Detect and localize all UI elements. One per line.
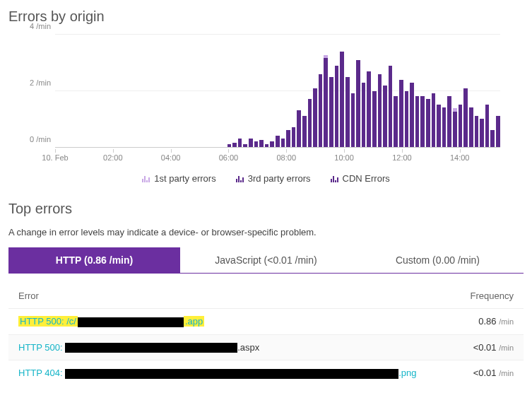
chart-bar[interactable] (292, 127, 296, 147)
chart-bar[interactable] (410, 83, 414, 147)
chart-bar[interactable] (335, 66, 339, 147)
chart-bar[interactable] (463, 88, 468, 147)
error-table: Error Frequency HTTP 500: /c/.app 0.86 /… (8, 283, 524, 386)
chart-bar[interactable] (302, 116, 307, 147)
chart-bar[interactable] (319, 74, 323, 147)
chart-bar[interactable] (345, 77, 350, 147)
section-title-errors-by-origin: Errors by origin (8, 8, 524, 25)
x-tick: 10. Feb (42, 153, 68, 162)
chart-bar[interactable] (469, 107, 473, 147)
chart-bar[interactable] (383, 86, 387, 147)
chart-bar[interactable] (249, 139, 253, 147)
y-tick: 4 /min (30, 22, 51, 30)
errors-by-origin-chart: 0 /min 2 /min 4 /min 10. Feb02:0004:0006… (13, 35, 500, 169)
section-title-top-errors: Top errors (8, 201, 524, 217)
bars-icon (142, 175, 150, 182)
legend-label: 1st party errors (154, 173, 215, 184)
legend-label: 3rd party errors (248, 173, 311, 184)
table-row[interactable]: HTTP 500: /c/.app 0.86 /min (8, 308, 524, 334)
error-ext: .aspx (237, 342, 259, 353)
top-errors-subtext: A change in error levels may indicate a … (8, 227, 524, 237)
chart-bar[interactable] (459, 105, 463, 147)
frequency-value: 0.86 /min (436, 316, 514, 327)
chart-y-axis: 0 /min 2 /min 4 /min (13, 35, 55, 148)
col-header-frequency: Frequency (436, 290, 514, 301)
chart-bar[interactable] (442, 107, 447, 147)
chart-bar[interactable] (420, 96, 425, 147)
chart-x-axis: 10. Feb02:0004:0006:0008:0010:0012:0014:… (55, 149, 500, 169)
legend-item-cdn[interactable]: CDN Errors (331, 173, 390, 184)
x-tick: 02:00 (103, 153, 123, 162)
chart-bar[interactable] (243, 144, 247, 147)
error-ext: .png (398, 368, 416, 378)
x-tick: 14:00 (450, 153, 470, 162)
chart-bar[interactable] (340, 52, 344, 147)
chart-bar[interactable] (447, 96, 451, 147)
legend-label: CDN Errors (343, 173, 390, 184)
error-link[interactable]: HTTP 500: /c/ (18, 316, 78, 327)
chart-bar[interactable] (372, 91, 377, 148)
chart-bar[interactable] (259, 140, 264, 147)
chart-bar[interactable] (378, 74, 382, 147)
chart-bar[interactable] (286, 130, 290, 147)
chart-bar[interactable] (254, 141, 259, 147)
error-link[interactable]: HTTP 500: (18, 342, 65, 353)
error-link[interactable]: HTTP 404: (18, 368, 65, 378)
chart-bar[interactable] (496, 116, 500, 147)
chart-bar[interactable] (490, 130, 495, 147)
x-tick: 06:00 (219, 153, 239, 162)
legend-item-third-party[interactable]: 3rd party errors (236, 173, 311, 184)
redacted-mask (78, 317, 184, 327)
redacted-mask (65, 369, 398, 379)
chart-bar[interactable] (265, 144, 269, 147)
chart-bar[interactable] (394, 96, 398, 147)
chart-bar[interactable] (405, 91, 409, 148)
chart-bar[interactable] (351, 93, 355, 147)
chart-bar[interactable] (367, 71, 371, 147)
chart-bar[interactable] (426, 99, 430, 147)
chart-bar[interactable] (270, 141, 274, 147)
bars-icon (331, 175, 338, 182)
col-header-error: Error (18, 290, 436, 301)
chart-bar[interactable] (313, 88, 317, 147)
x-tick: 08:00 (277, 153, 297, 162)
chart-bar[interactable] (432, 93, 436, 147)
chart-bar[interactable] (485, 105, 490, 147)
chart-bar[interactable] (399, 80, 403, 147)
x-tick: 04:00 (161, 153, 181, 162)
y-tick: 2 /min (30, 78, 51, 87)
chart-bar[interactable] (362, 83, 366, 147)
chart-bar[interactable] (453, 110, 457, 147)
chart-bar[interactable] (356, 60, 360, 147)
chart-bar[interactable] (276, 136, 280, 147)
tab-http[interactable]: HTTP (0.86 /min) (8, 247, 180, 274)
chart-bar[interactable] (308, 99, 312, 147)
tab-javascript[interactable]: JavaScript (<0.01 /min) (180, 247, 352, 274)
chart-bar[interactable] (329, 77, 333, 147)
chart-bar[interactable] (232, 143, 237, 147)
table-header: Error Frequency (8, 283, 524, 308)
chart-bar[interactable] (297, 110, 301, 147)
chart-bar[interactable] (227, 144, 232, 147)
chart-bar[interactable] (324, 57, 328, 147)
y-tick: 0 /min (30, 135, 51, 143)
chart-bar[interactable] (389, 66, 393, 147)
redacted-mask (65, 343, 237, 353)
table-row[interactable]: HTTP 500: .aspx <0.01 /min (8, 334, 524, 360)
table-row[interactable]: HTTP 404: .png <0.01 /min (8, 360, 524, 386)
tab-custom[interactable]: Custom (0.00 /min) (352, 247, 524, 274)
chart-bar[interactable] (281, 139, 285, 147)
chart-bar[interactable] (480, 119, 484, 147)
error-ext: .app (184, 316, 204, 327)
x-tick: 12:00 (392, 153, 412, 162)
chart-bar[interactable] (437, 105, 441, 147)
bars-icon (236, 175, 244, 182)
legend-item-first-party[interactable]: 1st party errors (142, 173, 215, 184)
error-tabs: HTTP (0.86 /min) JavaScript (<0.01 /min)… (8, 247, 524, 274)
chart-bar[interactable] (415, 96, 420, 147)
chart-plot-area[interactable] (55, 35, 500, 148)
chart-bar[interactable] (475, 116, 479, 147)
frequency-value: <0.01 /min (436, 368, 514, 378)
frequency-value: <0.01 /min (436, 342, 514, 353)
chart-bar[interactable] (238, 139, 242, 147)
